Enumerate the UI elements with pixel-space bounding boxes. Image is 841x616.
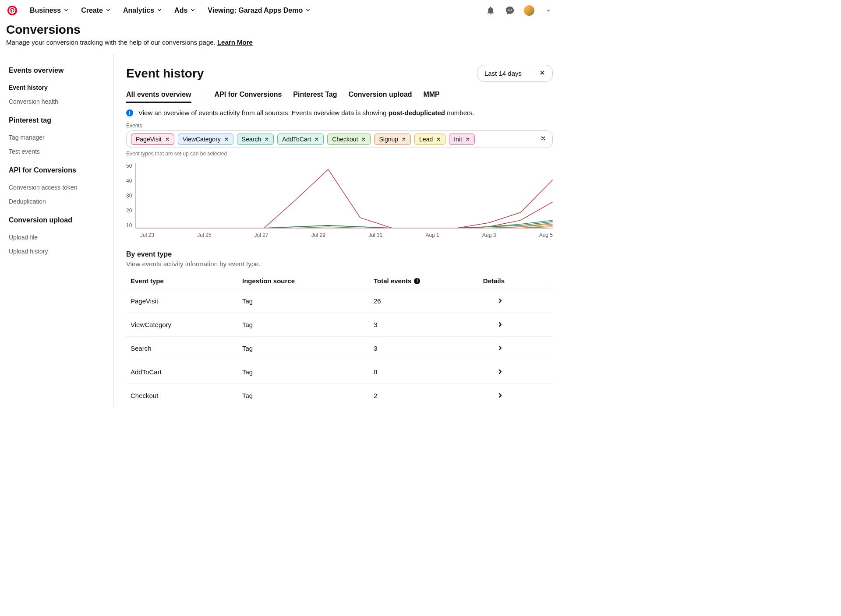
info-prefix: View an overview of events activity from… — [138, 109, 389, 116]
tab[interactable]: All events overview — [126, 91, 191, 103]
sidebar-item[interactable]: Tag manager — [9, 130, 105, 144]
clear-filters-button[interactable] — [538, 135, 548, 143]
nav-create[interactable]: Create — [81, 7, 111, 14]
info-suffix: numbers. — [445, 109, 474, 116]
th-ingestion-source: Ingestion source — [242, 277, 374, 285]
info-bold: post-deduplicated — [389, 109, 445, 116]
filter-chip[interactable]: Checkout — [327, 134, 371, 145]
cell-event-type: ViewCategory — [131, 321, 242, 328]
cell-details — [479, 367, 548, 377]
learn-more-link[interactable]: Learn More — [217, 39, 253, 46]
sidebar: Events overviewEvent historyConversion h… — [0, 54, 114, 407]
x-tick: Jul 23 — [140, 232, 154, 238]
chevron-down-icon — [305, 7, 311, 14]
filter-chip[interactable]: Init — [449, 134, 475, 145]
close-icon[interactable] — [165, 136, 170, 143]
filter-chip[interactable]: Signup — [374, 134, 411, 145]
topbar-left: Business Create Analytics Ads Viewing: G… — [7, 5, 311, 16]
table-row: SearchTag3 — [126, 337, 553, 360]
chip-label: Checkout — [332, 136, 358, 143]
close-icon[interactable] — [539, 70, 545, 77]
y-tick: 30 — [126, 193, 132, 199]
x-tick: Jul 31 — [368, 232, 382, 238]
chevron-down-icon — [64, 7, 69, 14]
sidebar-item[interactable]: Deduplication — [9, 194, 105, 208]
chart-area: 5040302010 — [126, 163, 553, 229]
account-menu-chevron[interactable] — [543, 5, 554, 16]
account-avatar[interactable] — [524, 5, 534, 16]
y-tick: 10 — [126, 222, 132, 229]
sidebar-section-title: Pinterest tag — [9, 116, 105, 124]
close-icon[interactable] — [466, 136, 470, 143]
filter-chip[interactable]: Search — [237, 134, 274, 145]
close-icon[interactable] — [265, 136, 269, 143]
cell-details — [479, 344, 548, 353]
page-subtitle-text: Manage your conversion tracking with the… — [6, 39, 217, 46]
close-icon[interactable] — [224, 136, 229, 143]
close-icon[interactable] — [314, 136, 319, 143]
event-filter-bar[interactable]: PageVisitViewCategorySearchAddToCartChec… — [126, 130, 553, 148]
cell-details — [479, 296, 548, 306]
messages-icon[interactable] — [505, 5, 515, 16]
nav-analytics[interactable]: Analytics — [123, 7, 162, 14]
filter-chip[interactable]: AddToCart — [277, 134, 324, 145]
table-row: CheckoutTag2 — [126, 384, 553, 407]
cell-event-type: AddToCart — [131, 368, 242, 376]
sidebar-item[interactable]: Test events — [9, 144, 105, 158]
sidebar-section-title: API for Conversions — [9, 166, 105, 174]
chevron-right-icon[interactable] — [496, 344, 505, 352]
topbar-right — [485, 5, 554, 16]
y-tick: 40 — [126, 178, 132, 184]
table-row: AddToCartTag8 — [126, 360, 553, 384]
page-header: Conversions Manage your conversion track… — [0, 21, 561, 54]
tab[interactable]: Pinterest Tag — [293, 91, 337, 103]
info-icon[interactable]: i — [414, 278, 420, 284]
chevron-right-icon[interactable] — [496, 391, 505, 400]
body-wrap: Events overviewEvent historyConversion h… — [0, 54, 561, 407]
chevron-right-icon[interactable] — [496, 320, 505, 329]
y-tick: 20 — [126, 208, 132, 214]
sidebar-item[interactable]: Conversion health — [9, 95, 105, 109]
pinterest-logo-icon[interactable] — [7, 5, 18, 16]
cell-total-events: 26 — [374, 297, 479, 305]
tab-divider — [203, 92, 203, 100]
chip-label: Lead — [419, 136, 433, 143]
notifications-icon[interactable] — [485, 5, 496, 16]
nav-viewing-label: Viewing: Garazd Apps Demo — [208, 7, 303, 14]
filter-chip[interactable]: PageVisit — [131, 134, 174, 145]
page-subtitle: Manage your conversion tracking with the… — [6, 39, 554, 46]
date-range-selector[interactable]: Last 14 days — [477, 65, 553, 82]
nav-business[interactable]: Business — [30, 7, 69, 14]
tab[interactable]: API for Conversions — [215, 91, 282, 103]
sidebar-item[interactable]: Event history — [9, 81, 105, 95]
cell-ingestion-source: Tag — [242, 297, 374, 305]
tab[interactable]: MMP — [423, 91, 439, 103]
sidebar-item[interactable]: Conversion access token — [9, 180, 105, 194]
chevron-right-icon[interactable] — [496, 367, 505, 376]
cell-total-events: 2 — [374, 392, 479, 399]
events-label: Events — [126, 123, 553, 129]
page-title: Conversions — [6, 23, 554, 37]
table-row: PageVisitTag26 — [126, 289, 553, 313]
filter-chip[interactable]: ViewCategory — [178, 134, 233, 145]
by-event-title: By event type — [126, 250, 553, 258]
nav-ads-label: Ads — [174, 7, 187, 14]
sidebar-section-title: Conversion upload — [9, 216, 105, 224]
main-header-row: Event history Last 14 days — [126, 65, 553, 82]
nav-ads[interactable]: Ads — [174, 7, 195, 14]
cell-total-events: 8 — [374, 368, 479, 376]
close-icon[interactable] — [436, 136, 441, 143]
tab[interactable]: Conversion upload — [349, 91, 412, 103]
filter-chip[interactable]: Lead — [414, 134, 445, 145]
x-tick: Aug 1 — [425, 232, 439, 238]
chart-series-line — [136, 223, 553, 228]
sidebar-item[interactable]: Upload history — [9, 244, 105, 258]
close-icon[interactable] — [402, 136, 406, 143]
close-icon[interactable] — [361, 136, 366, 143]
event-table: Event type Ingestion source Total events… — [126, 273, 553, 407]
sidebar-item[interactable]: Upload file — [9, 230, 105, 244]
chevron-right-icon[interactable] — [496, 296, 505, 305]
x-tick: Jul 27 — [254, 232, 269, 238]
by-event-subtitle: View events activity information by even… — [126, 260, 553, 268]
nav-viewing-account[interactable]: Viewing: Garazd Apps Demo — [208, 7, 311, 14]
